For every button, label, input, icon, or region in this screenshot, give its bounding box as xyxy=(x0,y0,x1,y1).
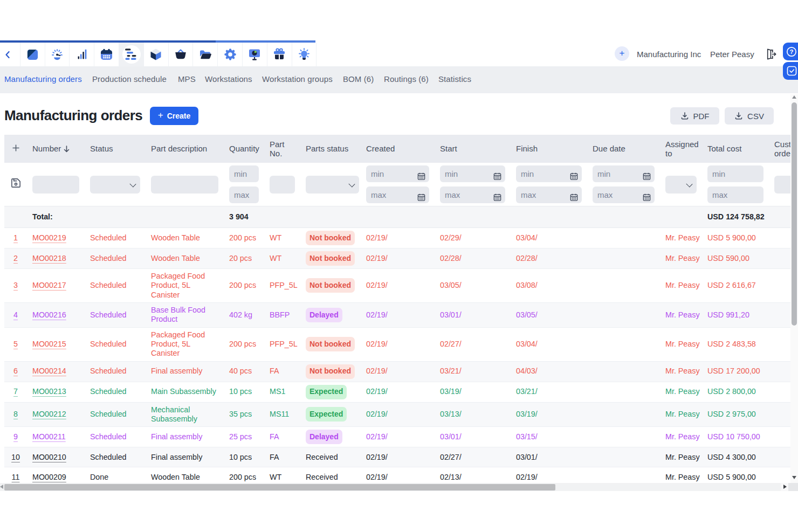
svg-text:?: ? xyxy=(789,49,793,55)
